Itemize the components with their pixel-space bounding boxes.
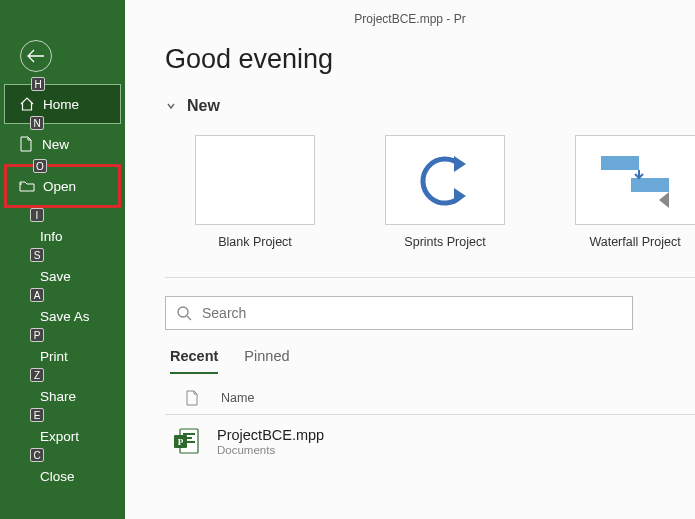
svg-rect-1 <box>631 178 669 192</box>
search-input[interactable] <box>202 305 632 321</box>
divider <box>165 277 695 278</box>
nav-close-label: Close <box>40 469 75 484</box>
file-info: ProjectBCE.mpp Documents <box>217 427 324 456</box>
back-button[interactable] <box>20 40 52 72</box>
nav-print[interactable]: Print P <box>0 336 125 376</box>
new-file-icon <box>18 136 34 152</box>
nav-secondary-group: Info I Save S Save As A Print P Share Z … <box>0 216 125 496</box>
templates-row: Blank Project Sprints Project <box>165 135 695 249</box>
sidebar-header <box>0 0 125 84</box>
svg-text:P: P <box>178 437 184 447</box>
key-hint: P <box>30 328 44 342</box>
file-name: ProjectBCE.mpp <box>217 427 324 443</box>
template-sprints-label: Sprints Project <box>404 235 485 249</box>
column-name: Name <box>221 391 254 405</box>
nav-share[interactable]: Share Z <box>0 376 125 416</box>
sprint-loop-icon <box>410 150 480 210</box>
file-list-header: Name <box>165 390 695 406</box>
nav-home[interactable]: Home H <box>4 84 121 124</box>
home-icon <box>19 96 35 112</box>
key-hint: C <box>30 448 44 462</box>
nav-print-label: Print <box>40 349 68 364</box>
nav-export-label: Export <box>40 429 79 444</box>
tab-recent[interactable]: Recent <box>170 348 218 374</box>
main-panel: ProjectBCE.mpp - Pr Good evening New Bla… <box>125 0 695 519</box>
folder-open-icon <box>19 178 35 194</box>
nav-save[interactable]: Save S <box>0 256 125 296</box>
template-sprints[interactable]: Sprints Project <box>385 135 505 249</box>
search-box[interactable] <box>165 296 633 330</box>
template-blank-label: Blank Project <box>218 235 292 249</box>
nav-new[interactable]: New N <box>0 124 125 164</box>
key-hint: Z <box>30 368 44 382</box>
nav-saveas-label: Save As <box>40 309 90 324</box>
file-row[interactable]: P ProjectBCE.mpp Documents <box>165 415 695 467</box>
template-waterfall[interactable]: Waterfall Project <box>575 135 695 249</box>
project-file-icon: P <box>171 425 203 457</box>
nav-close[interactable]: Close C <box>0 456 125 496</box>
nav-export[interactable]: Export E <box>0 416 125 456</box>
backstage-sidebar: Home H New N Open O Info I Save S Save A… <box>0 0 125 519</box>
key-hint: N <box>30 116 44 130</box>
key-hint: O <box>33 159 47 173</box>
svg-rect-0 <box>601 156 639 170</box>
nav-saveas[interactable]: Save As A <box>0 296 125 336</box>
template-waterfall-thumb <box>575 135 695 225</box>
tab-pinned[interactable]: Pinned <box>244 348 289 374</box>
key-hint: A <box>30 288 44 302</box>
template-waterfall-label: Waterfall Project <box>589 235 680 249</box>
window-title: ProjectBCE.mpp - Pr <box>125 12 695 26</box>
search-icon <box>166 305 202 321</box>
template-sprints-thumb <box>385 135 505 225</box>
file-icon <box>185 390 199 406</box>
nav-new-label: New <box>42 137 69 152</box>
template-blank-thumb <box>195 135 315 225</box>
back-arrow-icon <box>27 49 45 63</box>
nav-info[interactable]: Info I <box>0 216 125 256</box>
nav-open-label: Open <box>43 179 76 194</box>
key-hint: E <box>30 408 44 422</box>
svg-rect-4 <box>183 433 195 435</box>
key-hint: I <box>30 208 44 222</box>
recent-tabs: Recent Pinned <box>165 348 695 374</box>
nav-save-label: Save <box>40 269 71 284</box>
section-new-label: New <box>187 97 220 115</box>
nav-home-label: Home <box>43 97 79 112</box>
file-location: Documents <box>217 444 324 456</box>
section-new-header[interactable]: New <box>165 97 695 115</box>
nav-info-label: Info <box>40 229 63 244</box>
chevron-down-icon <box>165 100 177 112</box>
waterfall-icon <box>591 150 681 210</box>
svg-point-2 <box>178 307 188 317</box>
nav-share-label: Share <box>40 389 76 404</box>
key-hint: H <box>31 77 45 91</box>
key-hint: S <box>30 248 44 262</box>
template-blank[interactable]: Blank Project <box>195 135 315 249</box>
nav-open[interactable]: Open O <box>4 164 121 208</box>
